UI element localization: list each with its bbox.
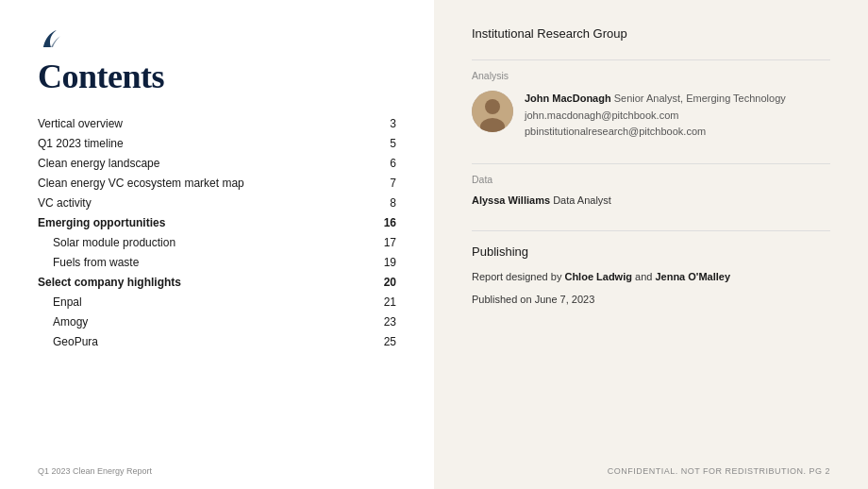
divider-1 <box>472 59 830 60</box>
toc-row: VC activity8 <box>38 193 396 212</box>
designer1: Chloe Ladwig <box>564 271 632 282</box>
toc-label: Vertical overview <box>38 113 368 133</box>
data-analyst-line: Alyssa Williams Data Analyst <box>472 194 830 206</box>
designer2: Jenna O'Malley <box>655 271 730 282</box>
analyst-card: John MacDonagh Senior Analyst, Emerging … <box>472 91 830 141</box>
toc-row: Fuels from waste19 <box>38 252 396 272</box>
data-analyst-role: Data Analyst <box>553 194 611 206</box>
toc-page-number: 5 <box>368 133 396 153</box>
toc-page-number: 16 <box>368 212 396 232</box>
left-panel: Contents Vertical overview3Q1 2023 timel… <box>0 0 434 489</box>
toc-label: Solar module production <box>38 232 368 252</box>
toc-row: Select company highlights20 <box>38 272 396 292</box>
toc-label: Emerging opportunities <box>38 212 368 232</box>
toc-page-number: 19 <box>368 252 396 272</box>
toc-label: Clean energy VC ecosystem market map <box>38 173 368 193</box>
toc-row: Emerging opportunities16 <box>38 212 396 232</box>
footer-right: CONFIDENTIAL. NOT FOR REDISTRIBUTION. PG… <box>608 466 830 476</box>
analyst-email1: john.macdonagh@pitchbook.com <box>525 108 786 125</box>
toc-label: VC activity <box>38 193 368 212</box>
toc-page-number: 23 <box>368 312 396 331</box>
toc-page-number: 20 <box>368 272 396 292</box>
publishing-section: Publishing Report designed by Chloe Ladw… <box>472 244 830 309</box>
toc-row: Q1 2023 timeline5 <box>38 133 396 153</box>
data-label: Data <box>472 174 830 185</box>
toc-page-number: 7 <box>368 173 396 193</box>
divider-2 <box>472 163 830 164</box>
analyst-email2: pbinstitutionalresearch@pitchbook.com <box>525 124 786 141</box>
toc-label: Q1 2023 timeline <box>38 133 368 153</box>
toc-row: Enpal21 <box>38 292 396 312</box>
toc-label: Fuels from waste <box>38 252 368 272</box>
toc-row: GeoPura25 <box>38 331 396 351</box>
toc-label: Clean energy landscape <box>38 153 368 173</box>
analyst-name: John MacDonagh <box>525 93 611 104</box>
toc-label: Amogy <box>38 312 368 331</box>
toc-page-number: 17 <box>368 232 396 252</box>
footer-left: Q1 2023 Clean Energy Report <box>38 466 152 476</box>
divider-3 <box>472 230 830 231</box>
data-analyst-name: Alyssa Williams <box>472 194 550 206</box>
toc-page-number: 3 <box>368 113 396 133</box>
toc-row: Clean energy landscape6 <box>38 153 396 173</box>
avatar <box>472 91 513 132</box>
toc-row: Clean energy VC ecosystem market map7 <box>38 173 396 193</box>
toc-label: Enpal <box>38 292 368 312</box>
toc-label: GeoPura <box>38 331 368 351</box>
right-panel: Institutional Research Group Analysis Jo… <box>434 0 868 489</box>
publishing-label: Publishing <box>472 244 830 259</box>
and: and <box>635 271 655 282</box>
toc-row: Amogy23 <box>38 312 396 331</box>
toc-page-number: 8 <box>368 193 396 212</box>
toc-table: Vertical overview3Q1 2023 timeline5Clean… <box>38 113 396 351</box>
toc-page-number: 6 <box>368 153 396 173</box>
toc-label: Select company highlights <box>38 272 368 292</box>
svg-point-1 <box>485 99 500 114</box>
analyst-info: John MacDonagh Senior Analyst, Emerging … <box>525 91 786 141</box>
publishing-designed-line: Report designed by Chloe Ladwig and Jenn… <box>472 268 830 286</box>
toc-row: Solar module production17 <box>38 232 396 252</box>
published-date: Published on June 7, 2023 <box>472 291 830 309</box>
data-section: Data Alyssa Williams Data Analyst <box>472 174 830 206</box>
toc-page-number: 25 <box>368 331 396 351</box>
analyst-role: Senior Analyst, Emerging Technology <box>614 93 786 104</box>
logo <box>38 26 396 57</box>
group-name: Institutional Research Group <box>472 26 830 41</box>
toc-row: Vertical overview3 <box>38 113 396 133</box>
analysis-label: Analysis <box>472 70 830 81</box>
page-title: Contents <box>38 57 396 96</box>
toc-page-number: 21 <box>368 292 396 312</box>
publishing-text1: Report designed by <box>472 271 564 282</box>
